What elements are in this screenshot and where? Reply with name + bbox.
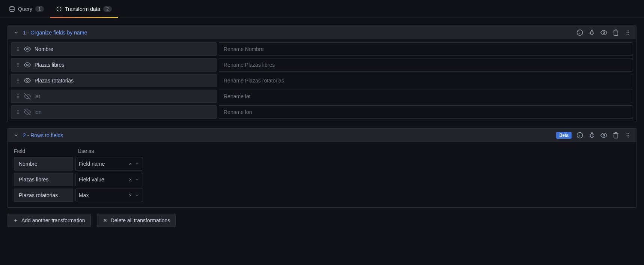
svg-point-32	[27, 80, 29, 82]
svg-point-43	[17, 113, 18, 114]
header-field: Field	[14, 148, 73, 154]
clear-icon[interactable]	[128, 177, 133, 182]
chevron-down-icon[interactable]	[12, 29, 20, 36]
info-icon[interactable]	[576, 132, 584, 139]
mapping-field-label: Nombre	[14, 157, 73, 171]
field-name-label: Plazas rotatorias	[35, 78, 74, 84]
transform-organize-fields: 1 - Organize fields by name	[8, 25, 636, 122]
delete-all-button[interactable]: Delete all transformations	[97, 214, 176, 227]
svg-point-10	[627, 34, 627, 34]
delete-all-label: Delete all transformations	[111, 217, 170, 223]
transform-title-wrap: 2 - Rows to fields	[12, 132, 63, 139]
rename-input[interactable]	[219, 74, 633, 87]
rename-input[interactable]	[219, 90, 633, 103]
field-name-label: Plazas libres	[35, 62, 64, 68]
use-as-select[interactable]: Max	[75, 189, 143, 202]
transform-actions	[576, 29, 632, 36]
svg-point-17	[18, 50, 19, 51]
svg-point-5	[603, 32, 605, 34]
use-as-select[interactable]: Field name	[75, 157, 143, 171]
svg-point-55	[628, 136, 629, 137]
svg-point-16	[17, 50, 18, 51]
mapping-field-label: Plazas rotatorias	[14, 189, 73, 202]
svg-point-24	[18, 66, 19, 67]
chevron-down-icon[interactable]	[134, 177, 140, 182]
chevron-down-icon[interactable]	[12, 132, 20, 139]
drag-handle-icon[interactable]	[16, 46, 20, 52]
debug-icon[interactable]	[588, 29, 596, 36]
drag-handle-icon[interactable]	[16, 93, 20, 99]
visibility-toggle-icon[interactable]	[24, 77, 31, 84]
transform-header: 1 - Organize fields by name	[8, 26, 636, 39]
visibility-toggle-icon[interactable]	[24, 46, 31, 52]
drag-handle-icon[interactable]	[16, 78, 20, 84]
field-name-label: Nombre	[35, 46, 53, 52]
close-icon	[102, 218, 108, 223]
transform-title-link[interactable]: 1 - Organize fields by name	[23, 30, 87, 36]
field-label-box: lat	[11, 90, 217, 103]
svg-point-29	[18, 80, 19, 81]
select-controls	[128, 161, 140, 166]
select-controls	[128, 193, 140, 198]
field-row: Plazas libres	[11, 58, 633, 72]
rename-input[interactable]	[219, 58, 633, 72]
svg-point-15	[18, 49, 19, 49]
svg-point-21	[17, 64, 18, 65]
field-name-label: lon	[35, 109, 42, 115]
clear-icon[interactable]	[128, 161, 133, 166]
select-value: Field value	[79, 177, 104, 183]
add-button-label: Add another transformation	[21, 217, 85, 223]
rename-input[interactable]	[219, 42, 633, 56]
field-row: lat	[11, 90, 633, 103]
mapping-row: Plazas libres Field value	[14, 173, 633, 186]
info-icon[interactable]	[576, 29, 584, 36]
svg-point-42	[18, 112, 19, 112]
drag-handle-icon[interactable]	[16, 62, 20, 68]
chevron-down-icon[interactable]	[134, 161, 140, 166]
field-label-box: Plazas libres	[11, 58, 217, 72]
eye-icon[interactable]	[600, 132, 608, 139]
use-as-select[interactable]: Field value	[75, 173, 143, 186]
field-label-box: lon	[11, 105, 217, 119]
svg-rect-48	[591, 134, 593, 138]
svg-point-44	[18, 113, 19, 114]
chevron-down-icon[interactable]	[134, 193, 140, 198]
visibility-off-icon[interactable]	[24, 93, 31, 100]
mapping-field-label: Plazas libres	[14, 173, 73, 186]
svg-point-19	[17, 63, 18, 64]
svg-point-37	[17, 97, 18, 98]
eye-icon[interactable]	[600, 29, 608, 36]
svg-point-18	[27, 48, 29, 50]
svg-point-6	[627, 30, 627, 31]
transform-body: Field Use as Nombre Field name	[8, 142, 636, 207]
transform-title-wrap: 1 - Organize fields by name	[12, 29, 87, 36]
drag-icon[interactable]	[624, 132, 632, 139]
clear-icon[interactable]	[128, 193, 133, 198]
svg-point-30	[17, 82, 18, 82]
debug-icon[interactable]	[588, 132, 596, 139]
footer-buttons: Add another transformation Delete all tr…	[8, 214, 636, 227]
field-row: Nombre	[11, 42, 633, 56]
beta-badge: Beta	[556, 132, 572, 139]
svg-point-41	[17, 112, 18, 112]
field-label-box: Nombre	[11, 42, 217, 56]
svg-rect-4	[591, 31, 593, 35]
rename-input[interactable]	[219, 105, 633, 119]
drag-handle-icon[interactable]	[16, 109, 20, 115]
svg-point-26	[17, 79, 18, 79]
visibility-toggle-icon[interactable]	[24, 61, 31, 68]
svg-point-54	[627, 136, 627, 137]
transform-body: Nombre Plazas libres	[8, 39, 636, 122]
svg-point-27	[18, 79, 19, 79]
transform-header: 2 - Rows to fields Beta	[8, 129, 636, 142]
drag-icon[interactable]	[624, 29, 632, 36]
transform-title-link[interactable]: 2 - Rows to fields	[23, 132, 63, 138]
trash-icon[interactable]	[612, 132, 620, 139]
trash-icon[interactable]	[612, 29, 620, 36]
tab-query[interactable]: Query 1	[3, 0, 50, 18]
add-transformation-button[interactable]: Add another transformation	[8, 214, 91, 227]
tab-transform[interactable]: Transform data 2	[50, 0, 118, 18]
visibility-off-icon[interactable]	[24, 109, 31, 115]
tab-transform-badge: 2	[103, 6, 112, 12]
svg-point-33	[17, 94, 18, 95]
